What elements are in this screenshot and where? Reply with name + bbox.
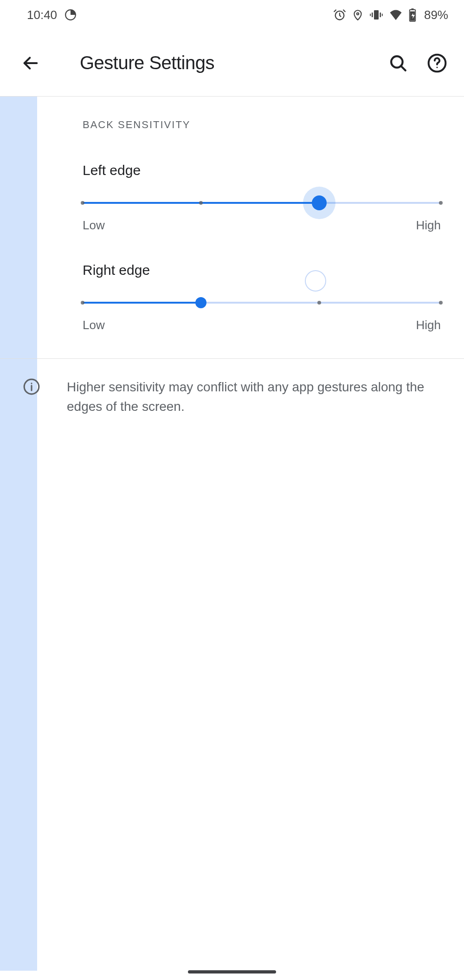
left-edge-slider-thumb[interactable] — [312, 195, 327, 210]
section-label: BACK SENSITIVITY — [83, 119, 441, 131]
battery-icon — [408, 8, 417, 22]
svg-point-15 — [437, 66, 438, 68]
info-icon — [22, 377, 41, 396]
wifi-icon — [389, 8, 403, 22]
app-bar: Gesture Settings — [0, 30, 464, 97]
status-bar: 10:40 — [0, 0, 464, 30]
svg-point-18 — [31, 383, 32, 384]
right-edge-slider-title: Right edge — [83, 262, 441, 278]
left-edge-slider[interactable] — [83, 197, 441, 209]
location-icon — [352, 9, 364, 21]
right-edge-high-label: High — [416, 318, 441, 332]
svg-rect-7 — [382, 14, 383, 16]
status-time: 10:40 — [27, 8, 57, 22]
svg-line-13 — [401, 66, 406, 71]
search-button[interactable] — [384, 49, 412, 77]
left-edge-slider-title: Left edge — [83, 162, 441, 178]
divider — [0, 358, 464, 359]
right-edge-slider-thumb[interactable] — [195, 297, 206, 308]
vibrate-icon — [369, 8, 383, 22]
right-edge-slider[interactable] — [83, 297, 441, 309]
svg-rect-9 — [411, 8, 413, 10]
home-indicator[interactable] — [188, 970, 276, 974]
right-edge-ghost-thumb — [305, 270, 326, 292]
left-edge-high-label: High — [416, 218, 441, 233]
svg-rect-3 — [374, 10, 379, 19]
svg-rect-4 — [372, 13, 373, 17]
right-edge-low-label: Low — [83, 318, 105, 332]
battery-percentage: 89% — [424, 8, 448, 22]
svg-rect-6 — [370, 14, 371, 16]
right-edge-slider-block: Right edge Low High — [83, 262, 441, 332]
left-edge-slider-block: Left edge Low High — [83, 162, 441, 233]
left-edge-low-label: Low — [83, 218, 105, 233]
svg-point-2 — [357, 13, 359, 15]
data-saver-icon — [64, 9, 77, 21]
help-button[interactable] — [423, 49, 451, 77]
info-text: Higher sensitivity may conflict with any… — [67, 377, 441, 416]
page-title: Gesture Settings — [80, 52, 373, 73]
alarm-icon — [333, 8, 346, 21]
back-button[interactable] — [19, 51, 43, 75]
svg-rect-5 — [380, 13, 381, 17]
